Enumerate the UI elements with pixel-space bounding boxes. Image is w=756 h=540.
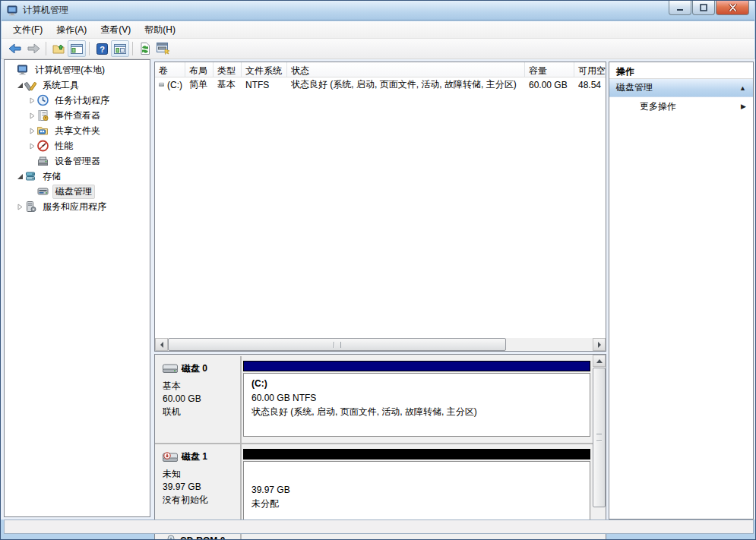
tree-item-event-viewer[interactable]: 事件查看器 xyxy=(5,108,150,123)
tree-item-label: 设备管理器 xyxy=(52,154,103,169)
services-icon xyxy=(24,201,37,213)
show-console-tree-button[interactable] xyxy=(68,40,86,57)
disk-size: 39.97 GB xyxy=(163,481,240,494)
collapsed-icon[interactable] xyxy=(27,96,36,105)
scroll-left-icon xyxy=(160,342,164,348)
vertical-scroll-thumb[interactable] xyxy=(593,368,606,507)
partition-info-box[interactable]: 39.97 GB 未分配 xyxy=(243,461,590,525)
menu-bar: 文件(F) 操作(A) 查看(V) 帮助(H) xyxy=(2,21,754,39)
partition-size: 39.97 GB xyxy=(251,483,590,497)
show-console-tree-icon xyxy=(71,44,83,54)
menu-help[interactable]: 帮助(H) xyxy=(138,21,182,39)
vertical-scrollbar[interactable] xyxy=(593,355,606,540)
tree-item-system-tools[interactable]: 系统工具 xyxy=(5,77,150,93)
partition-size: 60.00 GB NTFS xyxy=(251,391,590,405)
more-actions-label: 更多操作 xyxy=(640,100,676,113)
scroll-up-button[interactable] xyxy=(593,355,606,367)
toolbar-separator xyxy=(132,42,133,55)
toolbar-separator xyxy=(89,42,90,55)
collapsed-icon[interactable] xyxy=(27,126,36,135)
collapse-arrow-icon[interactable]: ▲ xyxy=(739,84,746,92)
horizontal-scroll-thumb[interactable] xyxy=(168,338,506,351)
help-button[interactable]: ? xyxy=(93,40,111,57)
maximize-icon xyxy=(700,4,707,11)
tree-item-task-scheduler[interactable]: 任务计划程序 xyxy=(5,93,150,108)
help-icon: ? xyxy=(96,43,108,55)
collapsed-icon[interactable] xyxy=(15,202,24,211)
folder-up-button[interactable] xyxy=(49,40,68,57)
title-bar[interactable]: 计算机管理 xyxy=(2,1,754,21)
volume-status: 状态良好 (系统, 启动, 页面文件, 活动, 故障转储, 主分区) xyxy=(287,78,525,91)
column-header-layout[interactable]: 布局 xyxy=(185,62,214,77)
column-header-capacity[interactable]: 容量 xyxy=(525,62,574,77)
forward-icon xyxy=(27,43,40,54)
submenu-arrow-icon: ▶ xyxy=(741,103,746,110)
disk-0-row: 磁盘 0 基本 60.00 GB 联机 (C:) 60.00 GB NTFS 状… xyxy=(155,356,593,444)
partition-info-box[interactable]: (C:) 60.00 GB NTFS 状态良好 (系统, 启动, 页面文件, 活… xyxy=(243,373,590,437)
disk-management-icon xyxy=(36,185,49,197)
volume-drive-icon xyxy=(159,81,164,89)
maximize-button[interactable] xyxy=(692,1,715,15)
tree-item-label: 事件查看器 xyxy=(52,109,103,123)
collapsed-icon[interactable] xyxy=(27,111,36,120)
scroll-right-button[interactable] xyxy=(593,338,606,351)
action-section-label: 磁盘管理 xyxy=(616,81,653,94)
forward-button[interactable] xyxy=(24,40,43,57)
column-header-status[interactable]: 状态 xyxy=(287,62,525,77)
tree-item-storage[interactable]: 存储 xyxy=(5,169,150,184)
tree-item-device-manager[interactable]: 设备管理器 xyxy=(5,153,150,169)
refresh-button[interactable] xyxy=(136,40,154,57)
menu-view[interactable]: 查看(V) xyxy=(93,21,138,39)
tree-item-computer-management[interactable]: 计算机管理(本地) xyxy=(5,62,150,77)
action-pane-title: 操作 xyxy=(609,62,753,79)
tree-item-services-applications[interactable]: 服务和应用程序 xyxy=(5,199,150,214)
disk-1-partition[interactable]: 39.97 GB 未分配 xyxy=(242,444,593,529)
toolbar-separator xyxy=(46,42,46,55)
disk-0-label-cell[interactable]: 磁盘 0 基本 60.00 GB 联机 xyxy=(155,356,242,443)
menu-action[interactable]: 操作(A) xyxy=(49,21,93,39)
disk-1-label-cell[interactable]: 磁盘 1 未知 39.97 GB 没有初始化 xyxy=(155,444,242,529)
volume-layout: 简单 xyxy=(185,78,214,91)
disk-status: 联机 xyxy=(163,406,240,418)
tree-item-disk-management[interactable]: 磁盘管理 xyxy=(5,184,150,199)
partition-status: 状态良好 (系统, 启动, 页面文件, 活动, 故障转储, 主分区) xyxy=(251,405,590,418)
action-pane: 操作 磁盘管理 ▲ 更多操作 ▶ xyxy=(609,62,754,519)
tree-item-shared-folders[interactable]: 共享文件夹 xyxy=(5,123,150,138)
expanded-icon[interactable] xyxy=(15,81,24,90)
tree-item-label: 共享文件夹 xyxy=(52,124,103,138)
disk-type: 未知 xyxy=(163,468,240,481)
show-action-pane-button[interactable] xyxy=(111,40,129,57)
toolbar: ? xyxy=(2,39,754,59)
disk-console-button[interactable] xyxy=(154,40,172,57)
back-button[interactable] xyxy=(6,40,24,57)
horizontal-scrollbar[interactable] xyxy=(155,338,606,351)
partition-color-strip[interactable] xyxy=(243,449,590,459)
column-header-filesystem[interactable]: 文件系统 xyxy=(242,62,287,77)
status-bar xyxy=(4,519,754,534)
minimize-icon xyxy=(676,5,684,11)
close-button[interactable] xyxy=(716,1,749,15)
tree-item-label: 任务计划程序 xyxy=(52,93,112,108)
column-header-volume[interactable]: 卷 xyxy=(155,62,185,77)
scroll-left-button[interactable] xyxy=(155,338,168,351)
partition-color-strip[interactable] xyxy=(243,361,590,371)
system-tools-icon xyxy=(24,79,37,91)
tree-item-label: 服务和应用程序 xyxy=(40,200,109,214)
column-header-free-space[interactable]: 可用空 xyxy=(574,62,606,77)
tree-item-label: 系统工具 xyxy=(40,78,81,93)
disk-console-icon xyxy=(157,43,170,55)
collapsed-icon[interactable] xyxy=(27,141,36,150)
tree-item-performance[interactable]: 性能 xyxy=(5,138,150,153)
disk-name: 磁盘 1 xyxy=(182,450,207,463)
expander-none xyxy=(8,65,17,74)
menu-file[interactable]: 文件(F) xyxy=(6,21,49,39)
minimize-button[interactable] xyxy=(669,1,691,15)
disk-0-partition[interactable]: (C:) 60.00 GB NTFS 状态良好 (系统, 启动, 页面文件, 活… xyxy=(242,356,593,443)
disk-name: 磁盘 0 xyxy=(182,362,207,375)
expanded-icon[interactable] xyxy=(15,172,24,181)
column-header-type[interactable]: 类型 xyxy=(214,62,242,77)
action-section-disk-management[interactable]: 磁盘管理 ▲ xyxy=(609,79,753,97)
action-more-actions[interactable]: 更多操作 ▶ xyxy=(609,97,753,115)
volume-row-c[interactable]: (C:) 简单 基本 NTFS 状态良好 (系统, 启动, 页面文件, 活动, … xyxy=(155,77,606,92)
tree-item-label: 计算机管理(本地) xyxy=(33,63,107,77)
